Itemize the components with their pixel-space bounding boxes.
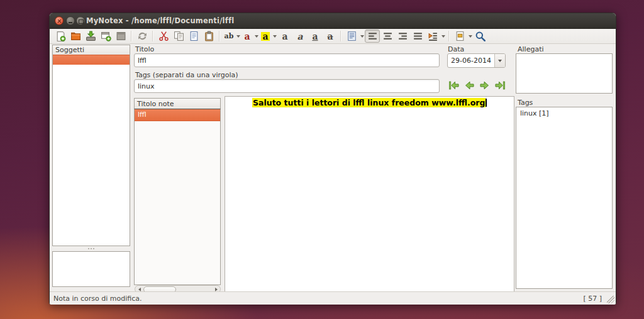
search-button[interactable] xyxy=(473,30,488,43)
insert-object-button[interactable] xyxy=(452,30,467,43)
grid-panel-button[interactable] xyxy=(113,30,128,43)
window-title: MyNotex - /home/lffl/Documenti/lffl xyxy=(86,16,234,25)
align-left-button[interactable] xyxy=(365,30,380,43)
grid-panel-icon xyxy=(116,31,126,41)
highlight-color-button[interactable]: a xyxy=(259,30,272,43)
date-label: Data xyxy=(448,45,464,53)
paste-button[interactable] xyxy=(201,30,216,43)
font-color-button[interactable]: a xyxy=(241,30,253,43)
subjects-header[interactable]: Soggetti xyxy=(52,45,130,55)
maximize-icon[interactable] xyxy=(76,16,85,25)
bold-button[interactable]: a xyxy=(277,30,292,43)
align-center-button[interactable] xyxy=(380,30,395,43)
new-window-button[interactable] xyxy=(98,30,113,43)
last-note-button[interactable] xyxy=(494,80,505,90)
italic-button[interactable]: a xyxy=(292,30,308,43)
toolbar-separator xyxy=(131,31,132,41)
note-title: lffl xyxy=(138,111,147,119)
tags-list[interactable]: linux [1] xyxy=(516,107,613,289)
bold-icon: a xyxy=(282,32,287,41)
notes-header-label: Titolo note xyxy=(137,100,174,108)
tags-field-label: Tags (separati da una virgola) xyxy=(135,71,238,79)
statusbar: Nota in corso di modifica. [ 57 ] xyxy=(50,291,616,305)
copy-button[interactable] xyxy=(171,30,186,43)
title-input[interactable] xyxy=(134,53,440,67)
align-right-icon xyxy=(397,31,408,41)
insert-object-icon xyxy=(455,31,465,41)
highlight-color-icon: a xyxy=(261,32,269,41)
notes-header[interactable]: Titolo note xyxy=(134,98,221,109)
note-list-item[interactable]: lffl xyxy=(135,109,220,121)
date-value: 29-06-2014 xyxy=(448,54,494,67)
resize-grip-icon[interactable] xyxy=(607,296,614,303)
toolbar-separator xyxy=(219,31,220,41)
copy-icon xyxy=(174,31,184,41)
subjects-selected-row[interactable] xyxy=(53,55,130,65)
mynotex-window: MyNotex - /home/lffl/Documenti/lffl xyxy=(49,13,616,305)
toolbar: ab a a a a a a xyxy=(50,29,616,44)
note-navigation xyxy=(449,80,505,90)
titlebar[interactable]: MyNotex - /home/lffl/Documenti/lffl xyxy=(50,13,616,29)
toolbar-separator xyxy=(448,31,450,41)
search-icon xyxy=(475,31,486,42)
underline-button[interactable]: a xyxy=(308,30,323,43)
toolbar-separator xyxy=(152,31,153,41)
paragraph-style-dropdown[interactable] xyxy=(359,30,365,43)
font-color-dropdown[interactable] xyxy=(253,30,259,43)
paragraph-style-button[interactable] xyxy=(344,30,359,43)
date-combo[interactable]: 29-06-2014 xyxy=(447,53,506,68)
subjects-notes-box[interactable] xyxy=(52,251,130,287)
first-note-button[interactable] xyxy=(449,80,460,90)
refresh-button[interactable] xyxy=(135,30,150,43)
align-right-button[interactable] xyxy=(395,30,410,43)
minimize-icon[interactable] xyxy=(66,16,75,25)
toolbar-separator xyxy=(340,31,341,41)
tags-input[interactable] xyxy=(134,79,440,93)
paste-text-icon xyxy=(189,31,199,41)
align-justify-icon xyxy=(413,31,423,41)
font-name-button[interactable]: ab xyxy=(223,30,235,43)
new-note-button[interactable] xyxy=(53,30,68,43)
subjects-header-label: Soggetti xyxy=(55,46,84,54)
list-indent-icon xyxy=(428,31,438,41)
title-label: Titolo xyxy=(135,45,154,53)
cut-icon xyxy=(158,31,169,41)
previous-note-button[interactable] xyxy=(464,80,475,90)
refresh-icon xyxy=(137,31,148,41)
insert-object-dropdown[interactable] xyxy=(467,30,473,43)
paragraph-style-icon xyxy=(347,31,357,41)
tag-list-item[interactable]: linux [1] xyxy=(516,107,612,117)
cut-button[interactable] xyxy=(156,30,171,43)
notes-list[interactable]: lffl xyxy=(134,109,221,285)
new-note-icon xyxy=(55,31,66,41)
tags-panel-label: Tags xyxy=(518,99,533,107)
subjects-splitter[interactable] xyxy=(52,246,130,251)
note-editor[interactable]: Saluto tutti i lettori di lffl linux fre… xyxy=(225,96,514,293)
attachments-box[interactable] xyxy=(516,53,613,94)
date-dropdown[interactable] xyxy=(494,54,505,67)
text-cursor xyxy=(486,99,487,107)
attachments-label: Allegati xyxy=(518,45,544,53)
list-indent-button[interactable] xyxy=(425,30,440,43)
highlighted-text: Saluto tutti i lettori di lffl linux fre… xyxy=(252,98,486,107)
close-icon[interactable] xyxy=(55,16,64,25)
strikethrough-button[interactable]: a xyxy=(323,30,338,43)
save-icon xyxy=(86,31,96,41)
note-counter: [ 57 ] xyxy=(583,295,602,303)
save-button[interactable] xyxy=(83,30,98,43)
list-indent-dropdown[interactable] xyxy=(440,30,446,43)
open-folder-icon xyxy=(70,31,81,41)
status-message: Nota in corso di modifica. xyxy=(53,295,142,303)
align-justify-button[interactable] xyxy=(410,30,425,43)
paste-text-button[interactable] xyxy=(186,30,201,43)
font-name-icon: ab xyxy=(225,33,234,40)
font-name-dropdown[interactable] xyxy=(235,30,241,43)
highlight-color-dropdown[interactable] xyxy=(272,30,277,43)
open-file-button[interactable] xyxy=(68,30,83,43)
subjects-list[interactable] xyxy=(52,55,130,246)
next-note-button[interactable] xyxy=(479,80,490,90)
underline-icon: a xyxy=(312,32,318,41)
strikethrough-icon: a xyxy=(327,32,333,41)
italic-icon: a xyxy=(297,32,303,41)
tag-label: linux [1] xyxy=(520,109,549,117)
